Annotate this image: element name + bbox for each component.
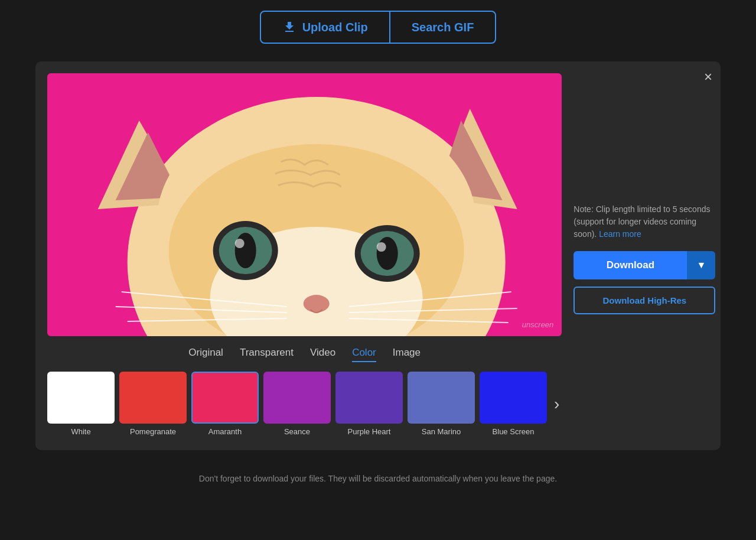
color-swatch-amaranth[interactable]: Amaranth bbox=[191, 372, 259, 436]
close-button[interactable]: × bbox=[704, 70, 712, 84]
top-bar: Upload Clip Search GIF bbox=[260, 11, 497, 44]
color-box-san-marino[interactable] bbox=[408, 372, 475, 424]
upload-icon bbox=[282, 20, 296, 34]
image-section: unscreen Original Transparent Video Colo… bbox=[47, 73, 562, 438]
tab-color[interactable]: Color bbox=[352, 347, 376, 362]
colors-row: White Pomegranate Amaranth Seance bbox=[47, 372, 562, 438]
note-text: Note: Clip length limited to 5 seconds (… bbox=[573, 203, 715, 240]
footer-note: Don't forget to download your files. The… bbox=[199, 474, 557, 501]
svg-point-15 bbox=[377, 237, 398, 270]
color-swatch-white[interactable]: White bbox=[47, 372, 115, 436]
svg-point-12 bbox=[235, 239, 245, 248]
tabs-row: Original Transparent Video Color Image bbox=[47, 347, 562, 362]
color-box-blue-screen[interactable] bbox=[480, 372, 547, 424]
search-gif-label: Search GIF bbox=[412, 21, 474, 34]
download-group: Download ▼ bbox=[573, 251, 715, 279]
color-label-seance: Seance bbox=[284, 427, 310, 436]
upload-clip-button[interactable]: Upload Clip bbox=[260, 11, 390, 44]
download-highres-button[interactable]: Download High-Res bbox=[573, 287, 715, 314]
search-gif-button[interactable]: Search GIF bbox=[390, 11, 497, 44]
color-label-san-marino: San Marino bbox=[422, 427, 461, 436]
color-swatch-purple-heart[interactable]: Purple Heart bbox=[335, 372, 403, 436]
tab-original[interactable]: Original bbox=[188, 347, 223, 362]
color-swatch-san-marino[interactable]: San Marino bbox=[408, 372, 475, 436]
color-box-white[interactable] bbox=[47, 372, 115, 424]
svg-point-17 bbox=[304, 295, 330, 313]
tab-video[interactable]: Video bbox=[310, 347, 335, 362]
svg-point-16 bbox=[377, 242, 386, 252]
color-label-pomegranate: Pomegranate bbox=[130, 427, 176, 436]
color-label-purple-heart: Purple Heart bbox=[348, 427, 391, 436]
color-box-pomegranate[interactable] bbox=[119, 372, 187, 424]
cat-image: unscreen bbox=[47, 73, 562, 336]
download-chevron-button[interactable]: ▼ bbox=[687, 251, 715, 279]
svg-point-11 bbox=[235, 233, 256, 268]
color-swatch-seance[interactable]: Seance bbox=[263, 372, 331, 436]
color-box-seance[interactable] bbox=[263, 372, 331, 424]
main-card: × bbox=[35, 61, 721, 450]
color-swatch-pomegranate[interactable]: Pomegranate bbox=[119, 372, 187, 436]
cat-svg bbox=[47, 73, 562, 336]
tab-image[interactable]: Image bbox=[393, 347, 421, 362]
watermark: unscreen bbox=[522, 320, 553, 329]
upload-clip-label: Upload Clip bbox=[302, 21, 368, 34]
color-label-white: White bbox=[71, 427, 90, 436]
sidebar: Note: Clip length limited to 5 seconds (… bbox=[573, 73, 715, 314]
download-button[interactable]: Download bbox=[573, 251, 687, 279]
color-label-blue-screen: Blue Screen bbox=[493, 427, 535, 436]
tab-transparent[interactable]: Transparent bbox=[240, 347, 294, 362]
content-area: unscreen Original Transparent Video Colo… bbox=[47, 73, 709, 438]
learn-more-link[interactable]: Learn more bbox=[599, 229, 641, 239]
colors-next-button[interactable]: › bbox=[552, 395, 562, 414]
color-box-amaranth[interactable] bbox=[191, 372, 259, 424]
color-box-purple-heart[interactable] bbox=[335, 372, 403, 424]
color-swatch-blue-screen[interactable]: Blue Screen bbox=[480, 372, 547, 436]
color-label-amaranth: Amaranth bbox=[208, 427, 242, 436]
